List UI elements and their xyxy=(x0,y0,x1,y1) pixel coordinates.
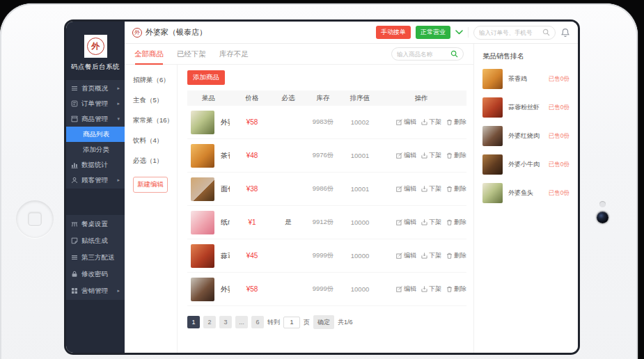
edit-button[interactable]: 编辑 xyxy=(396,285,416,294)
dish-name: 纸巾 xyxy=(221,218,230,228)
delete-button[interactable]: 删除 xyxy=(446,151,466,160)
dish-thumbnail xyxy=(191,244,214,268)
delete-button[interactable]: 删除 xyxy=(446,285,466,294)
goods-icon xyxy=(71,115,78,122)
off-shelf-button[interactable]: 下架 xyxy=(421,184,441,193)
sidebar-item-label: 数据统计 xyxy=(81,161,120,170)
grid-icon xyxy=(71,287,78,294)
off-shelf-button[interactable]: 下架 xyxy=(421,251,441,260)
divider xyxy=(468,27,469,38)
status-chevron-down-icon[interactable] xyxy=(455,30,463,35)
tab-all-products[interactable]: 全部商品 xyxy=(134,44,164,64)
home-button-icon xyxy=(28,212,42,226)
sidebar-item-orders[interactable]: 订单管理 ▸ xyxy=(66,96,125,111)
column-header-actions: 操作 xyxy=(376,94,466,103)
delete-button[interactable]: 删除 xyxy=(446,184,466,193)
category-item-homestyle[interactable]: 家常菜（16） xyxy=(133,116,174,125)
ranking-title: 菜品销售排名 xyxy=(482,51,570,61)
ranking-dish-name: 蒜蓉粉丝虾 xyxy=(508,103,543,112)
dish-stock: 9999份 xyxy=(302,285,344,294)
add-product-button[interactable]: 添加商品 xyxy=(187,70,225,85)
tablet-frame: 外 码点餐后台系统 首页概况 ▸ 订单管理 ▸ xyxy=(0,3,638,359)
sidebar-item-products[interactable]: 商品管理 ▾ xyxy=(66,111,125,127)
table-row: 外婆鱼头 ¥58 9983份 10002 编辑 下架 删除 xyxy=(187,106,466,139)
chevron-right-icon: ▸ xyxy=(117,288,120,294)
sidebar-item-sticker-generate[interactable]: 贴纸生成 xyxy=(66,232,125,249)
off-shelf-button[interactable]: 下架 xyxy=(421,218,441,227)
new-category-button[interactable]: 新建编辑 xyxy=(133,177,168,193)
main-area: 外 外婆家（银泰店） 手动接单 正常营业 xyxy=(125,22,578,353)
off-shelf-button[interactable]: 下架 xyxy=(421,118,441,127)
sticker-icon xyxy=(71,237,78,244)
dish-thumbnail xyxy=(191,278,214,301)
sidebar-item-add-category[interactable]: 添加分类 xyxy=(66,142,125,157)
delivery-lines-icon xyxy=(71,254,78,261)
goto-label: 转到 xyxy=(267,318,280,327)
dish-thumbnail xyxy=(191,111,214,134)
store-logo-icon: 外 xyxy=(132,28,142,38)
dish-thumbnail xyxy=(191,177,214,201)
dish-thumbnail xyxy=(482,126,503,146)
sidebar-item-change-password[interactable]: 修改密码 xyxy=(66,266,125,282)
sidebar-item-marketing[interactable]: 营销管理 ▸ xyxy=(66,282,125,299)
order-search xyxy=(473,26,556,40)
sidebar-item-home-overview[interactable]: 首页概况 ▸ xyxy=(66,81,125,96)
page-button-ellipsis[interactable]: ... xyxy=(235,316,248,328)
sidebar-item-product-list[interactable]: 商品列表 xyxy=(66,127,125,142)
off-shelf-button[interactable]: 下架 xyxy=(421,151,441,160)
chevron-right-icon: ▸ xyxy=(117,86,120,91)
page-button-3[interactable]: 3 xyxy=(219,316,232,328)
edit-button[interactable]: 编辑 xyxy=(396,151,416,160)
topbar-actions: 手动接单 正常营业 xyxy=(376,26,570,40)
dish-sort-value: 10001 xyxy=(344,185,376,193)
sidebar-divider xyxy=(66,189,125,215)
goto-page-input[interactable] xyxy=(283,317,300,328)
column-header-price: 价格 xyxy=(230,94,274,103)
off-shelf-button[interactable]: 下架 xyxy=(421,285,441,294)
search-icon[interactable] xyxy=(450,48,458,61)
sidebar-item-label: 贴纸生成 xyxy=(81,237,120,246)
edit-button[interactable]: 编辑 xyxy=(396,184,416,193)
page-button-6[interactable]: 6 xyxy=(251,316,264,328)
manual-order-button[interactable]: 手动接单 xyxy=(376,26,411,39)
delete-button[interactable]: 删除 xyxy=(446,118,466,127)
sidebar-item-third-party-delivery[interactable]: 第三方配送 xyxy=(66,249,125,266)
edit-button[interactable]: 编辑 xyxy=(396,218,416,227)
category-item-required[interactable]: 必选（1） xyxy=(133,157,174,166)
sidebar-item-customers[interactable]: 顾客管理 ▸ xyxy=(66,173,125,188)
delete-button[interactable]: 删除 xyxy=(446,218,466,227)
product-search-input[interactable] xyxy=(397,51,450,58)
sidebar-item-statistics[interactable]: 数据统计 xyxy=(66,157,125,173)
ranking-dish-name: 外婆红烧肉 xyxy=(508,131,543,141)
edit-button[interactable]: 编辑 xyxy=(396,251,416,260)
products-section: 全部商品 已经下架 库存不足 招牌菜（6） 主 xyxy=(125,44,473,353)
tab-off-shelf[interactable]: 已经下架 xyxy=(177,44,206,64)
dish-price: ¥58 xyxy=(230,285,274,293)
ranking-sold-badge: 已售0份 xyxy=(549,161,570,169)
dish-name: 面包烧 xyxy=(221,184,230,194)
logo-text: 外 xyxy=(91,40,100,52)
dish-price: ¥45 xyxy=(230,252,274,260)
dish-name: 蒜蓉粉丝虾 xyxy=(221,251,230,261)
tab-low-stock[interactable]: 库存不足 xyxy=(219,44,249,64)
home-button[interactable] xyxy=(16,200,54,238)
delete-button[interactable]: 删除 xyxy=(446,251,466,260)
dish-sort-value: 10000 xyxy=(344,285,376,293)
ranking-sold-badge: 已售0份 xyxy=(549,189,570,198)
page-button-1[interactable]: 1 xyxy=(187,316,200,328)
category-item-signature[interactable]: 招牌菜（6） xyxy=(133,76,174,85)
table-row: 纸巾 ¥1 是 9912份 10000 编辑 下架 删除 xyxy=(187,206,466,239)
edit-button[interactable]: 编辑 xyxy=(396,118,416,127)
page-button-2[interactable]: 2 xyxy=(203,316,216,328)
ranking-dish-name: 外婆鱼头 xyxy=(508,189,543,198)
order-search-input[interactable] xyxy=(479,29,542,36)
business-status-button[interactable]: 正常营业 xyxy=(416,26,450,39)
category-item-drinks[interactable]: 饮料（4） xyxy=(133,136,174,145)
sidebar-item-label: 商品管理 xyxy=(81,115,116,124)
category-item-staple[interactable]: 主食（5） xyxy=(133,96,174,105)
goto-confirm-button[interactable]: 确定 xyxy=(313,315,334,329)
orders-icon xyxy=(71,100,78,107)
notification-bell-icon[interactable] xyxy=(560,28,570,38)
search-icon[interactable] xyxy=(542,26,550,39)
sidebar-item-table-settings[interactable]: 餐桌设置 xyxy=(66,216,125,232)
